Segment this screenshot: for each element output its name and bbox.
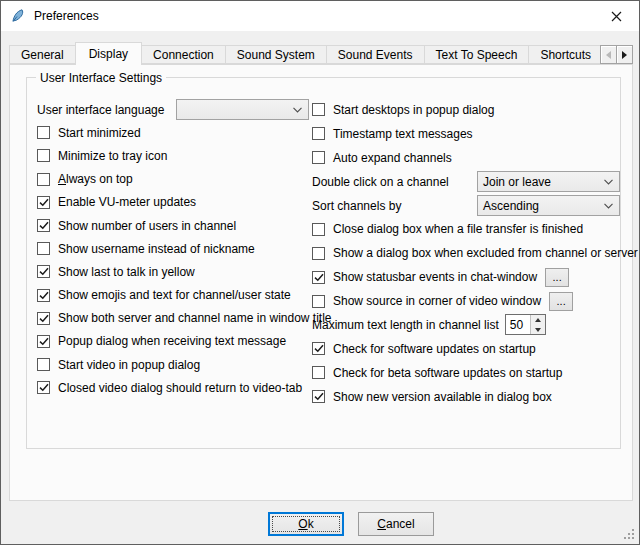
checkbox-checked[interactable]: [312, 390, 325, 403]
dropdown-value: Ascending: [483, 199, 539, 213]
checkbox-label: Show number of users in channel: [58, 219, 236, 233]
settings-row: Close dialog box when a file transfer is…: [312, 217, 620, 241]
checkbox-label: Check for software updates on startup: [333, 342, 536, 356]
more-options-button[interactable]: ...: [545, 268, 569, 287]
field-label: User interface language: [37, 103, 164, 117]
tab-text-to-speech[interactable]: Text To Speech: [424, 45, 530, 64]
more-options-button[interactable]: ...: [549, 292, 573, 311]
checkbox-label: Close dialog box when a file transfer is…: [333, 222, 583, 236]
settings-row: Show username instead of nickname: [37, 237, 309, 260]
dropdown-select[interactable]: Join or leave: [477, 171, 620, 192]
spin-arrows: [530, 315, 545, 334]
checkbox-label: Show new version available in dialog box: [333, 390, 552, 404]
tab-scroll-left-button[interactable]: [600, 45, 617, 64]
tab-general[interactable]: General: [9, 45, 76, 64]
settings-row: Start desktops in popup dialog: [312, 98, 620, 122]
user-interface-settings-group: User Interface Settings User interface l…: [26, 77, 621, 449]
checkbox-unchecked[interactable]: [312, 151, 325, 164]
settings-row: Sort channels byAscending: [312, 194, 620, 218]
checkbox-unchecked[interactable]: [37, 126, 50, 139]
checkbox-label: Show last to talk in yellow: [58, 265, 195, 279]
settings-row: Minimize to tray icon: [37, 144, 309, 167]
checkbox-checked[interactable]: [37, 196, 50, 209]
checkbox-label: Show statusbar events in chat-window: [333, 270, 537, 284]
settings-row: Popup dialog when receiving text message: [37, 330, 309, 353]
checkbox-checked[interactable]: [312, 342, 325, 355]
checkbox-unchecked[interactable]: [312, 295, 325, 308]
dropdown-select[interactable]: Ascending: [477, 195, 620, 216]
field-label: Sort channels by: [312, 199, 401, 213]
resize-grip[interactable]: [624, 529, 636, 541]
tab-sound-events[interactable]: Sound Events: [326, 45, 425, 64]
checkbox-unchecked[interactable]: [312, 247, 325, 260]
settings-row: Show last to talk in yellow: [37, 260, 309, 283]
field-label: Double click on a channel: [312, 175, 449, 189]
chevron-down-icon: [604, 203, 613, 209]
cancel-button[interactable]: Cancel: [358, 512, 434, 536]
checkbox-label: Show username instead of nickname: [58, 242, 255, 256]
tab-connection[interactable]: Connection: [141, 45, 226, 64]
checkbox-unchecked[interactable]: [312, 223, 325, 236]
tab-bar: GeneralDisplayConnectionSound SystemSoun…: [9, 42, 633, 65]
arrow-left-icon: [606, 51, 611, 59]
checkbox-unchecked[interactable]: [312, 127, 325, 140]
close-icon[interactable]: [594, 1, 639, 31]
tab-sound-system[interactable]: Sound System: [225, 45, 327, 64]
ok-button[interactable]: Ok: [268, 512, 344, 536]
settings-row: Check for beta software updates on start…: [312, 361, 620, 385]
checkbox-label: Show emojis and text for channel/user st…: [58, 288, 291, 302]
tab-display[interactable]: Display: [75, 42, 142, 65]
checkbox-unchecked[interactable]: [37, 242, 50, 255]
tab-scroll-buttons: [600, 45, 633, 64]
arrow-right-icon: [622, 51, 627, 59]
checkbox-label: Minimize to tray icon: [58, 149, 167, 163]
checkbox-label: Closed video dialog should return to vid…: [58, 381, 302, 395]
settings-row: Timestamp text messages: [312, 122, 620, 146]
settings-row: Always on top: [37, 168, 309, 191]
field-label: Maximum text length in channel list: [312, 318, 499, 332]
window-title: Preferences: [34, 9, 99, 23]
preferences-dialog: Preferences GeneralDisplayConnectionSoun…: [0, 0, 640, 545]
right-settings-column: Start desktops in popup dialogTimestamp …: [312, 98, 620, 409]
dropdown-value: Join or leave: [483, 175, 551, 189]
settings-row: Show source in corner of video window...: [312, 289, 620, 313]
checkbox-unchecked[interactable]: [312, 103, 325, 116]
settings-row: Maximum text length in channel list50: [312, 313, 620, 337]
tab-shortcuts[interactable]: Shortcuts: [528, 45, 603, 64]
checkbox-unchecked[interactable]: [312, 366, 325, 379]
settings-row: Check for software updates on startup: [312, 337, 620, 361]
checkbox-checked[interactable]: [37, 289, 50, 302]
spin-value: 50: [506, 315, 530, 334]
checkbox-checked[interactable]: [37, 335, 50, 348]
spin-box[interactable]: 50: [505, 314, 546, 335]
checkbox-checked[interactable]: [37, 265, 50, 278]
checkbox-checked[interactable]: [37, 312, 50, 325]
settings-row: Show a dialog box when excluded from cha…: [312, 241, 620, 265]
chevron-down-icon: [293, 107, 302, 113]
checkbox-label: Show both server and channel name in win…: [58, 311, 332, 325]
settings-row: Start minimized: [37, 121, 309, 144]
tab-scroll-right-button[interactable]: [616, 45, 633, 64]
checkbox-label: Enable VU-meter updates: [58, 195, 196, 209]
settings-row: User interface language: [37, 98, 309, 121]
checkbox-label: Show a dialog box when excluded from cha…: [333, 246, 638, 260]
checkbox-unchecked[interactable]: [37, 173, 50, 186]
checkbox-label: Show source in corner of video window: [333, 294, 541, 308]
checkbox-unchecked[interactable]: [37, 149, 50, 162]
spin-down-button[interactable]: [531, 325, 545, 335]
checkbox-label: Popup dialog when receiving text message: [58, 334, 286, 348]
settings-row: Double click on a channelJoin or leave: [312, 170, 620, 194]
spin-up-button[interactable]: [531, 315, 545, 325]
checkbox-checked[interactable]: [312, 271, 325, 284]
checkbox-label: Timestamp text messages: [333, 127, 473, 141]
settings-row: Enable VU-meter updates: [37, 191, 309, 214]
display-tab-panel: User Interface Settings User interface l…: [9, 64, 633, 501]
checkbox-checked[interactable]: [37, 381, 50, 394]
checkbox-label: Start minimized: [58, 126, 141, 140]
dropdown-select[interactable]: [176, 99, 309, 120]
settings-row: Show emojis and text for channel/user st…: [37, 284, 309, 307]
checkbox-unchecked[interactable]: [37, 358, 50, 371]
checkbox-checked[interactable]: [37, 219, 50, 232]
group-title: User Interface Settings: [36, 71, 166, 85]
checkbox-label: Always on top: [58, 172, 133, 186]
